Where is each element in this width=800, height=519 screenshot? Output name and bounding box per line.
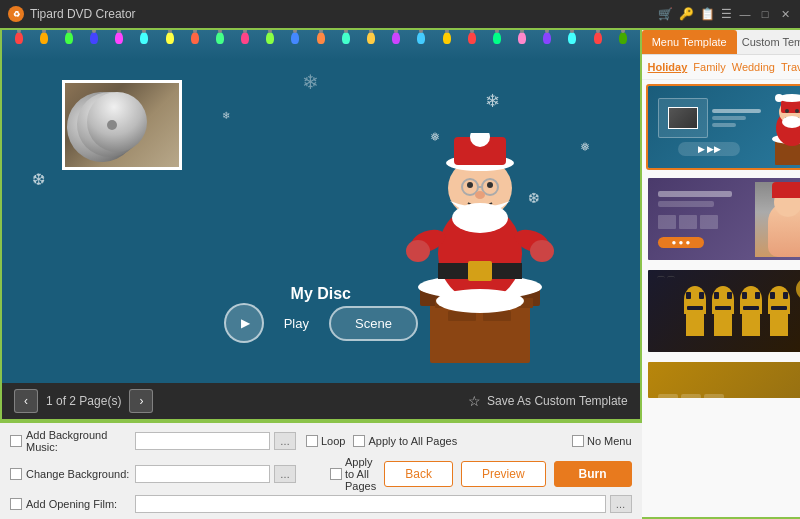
loop-label: Loop [321,435,345,447]
light-bulb [15,32,23,44]
bg-checkbox[interactable] [10,468,22,480]
lights-decoration [2,30,640,60]
bg-input[interactable] [135,465,270,483]
light-bulb [619,32,627,44]
media-thumbnail [62,80,182,170]
apply-all-bg: Apply to All Pages [330,456,376,492]
santa-illustration [400,133,560,363]
no-menu-checkbox[interactable] [572,435,584,447]
preview-area: ❄ ❅ ❆ ❄ ❅ ❆ ❄ ❅ [0,28,642,421]
template-item-2[interactable]: ● ● ● [646,176,800,262]
titlebar: ♻ Tipard DVD Creator 🛒 🔑 📋 ☰ — □ ✕ [0,0,800,28]
cat-wedding[interactable]: Wedding [732,59,775,75]
light-bulb [166,32,174,44]
light-bulb [65,32,73,44]
loop-control: Loop [306,435,345,447]
next-page-button[interactable]: › [129,389,153,413]
svg-point-22 [487,182,493,188]
no-menu-label: No Menu [587,435,632,447]
app-title: Tipard DVD Creator [30,7,658,21]
category-tabs: Holiday Family Wedding Travel ▶ [642,55,800,80]
template-thumb-2: ● ● ● [648,178,800,260]
light-bulb [493,32,501,44]
play-label: Play [284,316,309,331]
snowflake-decoration: ❄ [485,90,500,112]
template-list: ▶ ▶▶ [642,80,800,517]
prev-page-button[interactable]: ‹ [14,389,38,413]
film-checkbox[interactable] [10,498,22,510]
light-bulb [90,32,98,44]
svg-point-15 [530,240,554,262]
light-bulb [241,32,249,44]
music-label: Add Background Music: [26,429,131,453]
bottom-controls: Add Background Music: … Loop Apply to Al… [0,421,642,519]
light-bulb [115,32,123,44]
left-panel: ❄ ❅ ❆ ❄ ❅ ❆ ❄ ❅ [0,28,642,519]
cat-holiday[interactable]: Holiday [648,59,688,75]
svg-point-26 [475,191,485,199]
film-browse-button[interactable]: … [610,495,632,513]
minimize-button[interactable]: — [738,7,752,21]
light-bulb [266,32,274,44]
svg-point-21 [467,182,473,188]
bg-label: Change Background: [26,468,131,480]
cat-travel[interactable]: Travel [781,59,800,75]
no-menu-control: No Menu [572,435,632,447]
svg-point-14 [406,240,430,262]
back-button[interactable]: Back [384,461,453,487]
bg-browse-button[interactable]: … [274,465,296,483]
cat-family[interactable]: Family [693,59,725,75]
svg-point-11 [436,289,524,313]
window-controls: 🛒 🔑 📋 ☰ — □ ✕ [658,7,792,21]
preview-canvas: ❄ ❅ ❆ ❄ ❅ ❆ ❄ ❅ [2,30,640,383]
light-bulb [191,32,199,44]
save-template-button[interactable]: ☆ Save As Custom Template [468,393,628,409]
template-item-4[interactable] [646,360,800,400]
light-bulb [342,32,350,44]
light-bulb [417,32,425,44]
light-bulb [40,32,48,44]
light-bulb [594,32,602,44]
page-navigation: ‹ 1 of 2 Page(s) › [14,389,153,413]
svg-point-36 [795,109,799,113]
main-content: ❄ ❅ ❆ ❄ ❅ ❆ ❄ ❅ [0,28,800,519]
film-input[interactable] [135,495,606,513]
music-browse-button[interactable]: … [274,432,296,450]
light-bulb [543,32,551,44]
star-icon: ☆ [468,393,481,409]
tab-custom-template[interactable]: Custom Template [737,30,800,54]
film-row: Add Opening Film: … [10,495,632,513]
template-tabs: Menu Template Custom Template [642,30,800,55]
template-item-1[interactable]: ▶ ▶▶ [646,84,800,170]
svg-point-35 [785,109,789,113]
apply-all-bg-checkbox[interactable] [330,468,342,480]
preview-button[interactable]: Preview [461,461,546,487]
app-logo: ♻ [8,6,24,22]
burn-button[interactable]: Burn [554,461,632,487]
template-item-3[interactable]: ⌒⌒ [646,268,800,354]
template-thumb-1: ▶ ▶▶ [648,86,800,168]
snowflake-decoration: ❄ [302,70,319,94]
template-thumb-3: ⌒⌒ [648,270,800,352]
tab-menu-template[interactable]: Menu Template [642,30,737,54]
play-button[interactable]: ▶ [224,303,264,343]
apply-all-bg-label: Apply to All Pages [345,456,376,492]
light-bulb [443,32,451,44]
snowflake-decoration: ❄ [222,110,230,121]
snowflake-decoration: ❅ [580,140,590,154]
light-bulb [518,32,526,44]
loop-checkbox[interactable] [306,435,318,447]
music-checkbox[interactable] [10,435,22,447]
apply-all-music-checkbox[interactable] [353,435,365,447]
music-input[interactable] [135,432,270,450]
light-bulb [568,32,576,44]
light-bulb [468,32,476,44]
maximize-button[interactable]: □ [758,7,772,21]
template-thumb-4 [648,362,800,400]
light-bulb [140,32,148,44]
template-panel: Menu Template Custom Template Holiday Fa… [642,28,800,519]
bg-row: Change Background: … Apply to All Pages … [10,456,632,492]
svg-point-27 [452,203,508,233]
close-button[interactable]: ✕ [778,7,792,21]
svg-rect-10 [468,261,492,281]
